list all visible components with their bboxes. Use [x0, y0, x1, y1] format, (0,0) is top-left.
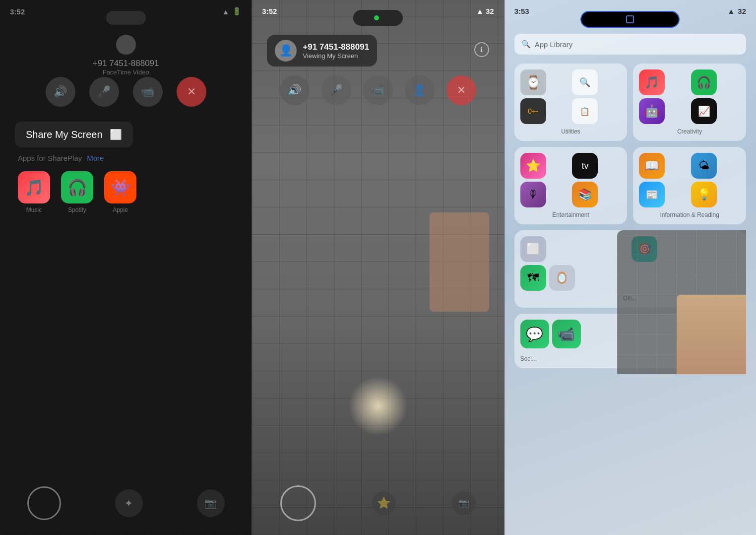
photo-button[interactable]: 📷	[452, 491, 476, 515]
dynamic-island-1	[106, 11, 146, 25]
battery-label-3: 32	[738, 7, 746, 15]
magnify-icon: 🔍	[572, 69, 598, 95]
battery-icon-1: 🔋	[232, 7, 242, 16]
caller-status: Viewing My Screen	[303, 52, 369, 60]
status-icons-3: ▲ 32	[727, 7, 746, 15]
wifi-icon-2: ▲	[476, 7, 484, 15]
call-info-1: +91 7451-888091 FaceTime Video	[0, 35, 252, 76]
orange-shape	[430, 212, 489, 312]
music-big-icon: 🎵	[639, 69, 665, 95]
camera-button-2[interactable]: 📹	[363, 75, 393, 105]
screen-record-icon	[626, 15, 634, 23]
social-label: Soci...	[520, 355, 537, 362]
search-placeholder: App Library	[535, 40, 573, 49]
entertainment-group[interactable]: ⭐ tv 🎙 📚 Entertainment	[514, 147, 628, 224]
section-row-1: ⌚ 🔍 0+- 📋 Utilities 🎵 🎧 🤖 📈 Creativity	[514, 64, 746, 141]
spotify-label: Spotify	[68, 206, 86, 213]
bottom-bar-2: ⭐ 📷	[252, 485, 504, 521]
time-label-1: 3:52	[10, 7, 25, 16]
spotify-icon: 🎧	[61, 171, 93, 203]
search-icon: 🔍	[521, 40, 531, 49]
app-music[interactable]: 🎵 Music	[18, 171, 50, 213]
speaker-button-2[interactable]: 🔊	[280, 75, 310, 105]
books-icon: 📖	[639, 153, 665, 179]
robot-icon: 🤖	[639, 98, 665, 124]
calc-icon: 0+-	[520, 98, 546, 124]
app-reddit[interactable]: 👾 Apple	[104, 171, 136, 213]
speaker-button[interactable]: 🔊	[46, 77, 75, 107]
camera-switch-button[interactable]: 📷	[197, 489, 225, 517]
watch-icon: ⌚	[520, 69, 546, 95]
podcasts-icon: 🎙	[520, 182, 546, 207]
shutter-button[interactable]	[280, 485, 316, 521]
end-call-button-2[interactable]: ✕	[446, 75, 476, 105]
mute-button-2[interactable]: 🎤	[321, 75, 351, 105]
facetime-icon: 📹	[552, 320, 581, 348]
creativity-group[interactable]: 🎵 🎧 🤖 📈 Creativity	[633, 64, 746, 141]
section-row-2: ⭐ tv 🎙 📚 Entertainment 📖 🌤 📰 💡 Informati…	[514, 147, 746, 224]
end-call-button[interactable]: ✕	[177, 77, 206, 107]
entertainment-label: Entertainment	[520, 211, 622, 218]
screen-share-button-2[interactable]: 👤	[405, 75, 435, 105]
caller-name: +91 7451-888091	[303, 42, 369, 52]
utilities-group[interactable]: ⌚ 🔍 0+- 📋 Utilities	[514, 64, 628, 141]
call-sub-1: FaceTime Video	[0, 68, 252, 76]
status-bar-3: 3:53 ▲ 32	[504, 7, 756, 15]
stocks-icon: 📈	[691, 98, 717, 124]
status-bar-2: 3:52 ▲ 32	[252, 7, 504, 15]
apps-label-text: Apps for SharePlay	[18, 154, 82, 162]
maps-icon: 🗺	[520, 265, 546, 291]
reddit-label: Apple	[113, 206, 128, 213]
camera-button[interactable]: 📹	[133, 77, 163, 107]
controls-row-1: 🔊 🎤 📹 ✕	[0, 77, 252, 107]
info-button[interactable]: ℹ	[474, 42, 489, 57]
mirror-icon: 🪞	[549, 265, 575, 291]
itunes-icon: ⭐	[520, 153, 546, 179]
music-icon: 🎵	[18, 171, 50, 203]
green-dot	[374, 15, 379, 20]
wifi-icon-1: ▲	[222, 7, 229, 16]
messages-icon: 💬	[520, 320, 549, 348]
app-library-search[interactable]: 🔍 App Library	[514, 34, 746, 55]
info-reading-group[interactable]: 📖 🌤 📰 💡 Information & Reading	[633, 147, 746, 224]
caller-avatar: 👤	[275, 40, 297, 62]
panel-3: 3:53 ▲ 32 🔍 App Library ⌚ 🔍 0+- 📋 Utilit…	[504, 0, 756, 535]
controls-row-2: 🔊 🎤 📹 👤 ✕	[252, 75, 504, 105]
caller-details: +91 7451-888091 Viewing My Screen	[303, 42, 369, 60]
face-preview	[677, 295, 746, 374]
dynamic-island-2	[353, 10, 403, 26]
share-my-screen-button[interactable]: Share My Screen ⬜	[15, 122, 133, 147]
time-label-2: 3:52	[262, 7, 277, 15]
appletv-icon: tv	[572, 153, 598, 179]
share-screen-icon: ⬜	[110, 129, 122, 140]
mute-button[interactable]: 🎤	[89, 77, 119, 107]
time-label-3: 3:53	[514, 7, 529, 15]
reddit-icon: 👾	[104, 171, 136, 203]
utilities-label: Utilities	[520, 128, 622, 135]
shareplay-apps-row: 🎵 Music 🎧 Spotify 👾 Apple	[18, 171, 136, 213]
music-label: Music	[26, 206, 42, 213]
app-library-grid: ⌚ 🔍 0+- 📋 Utilities 🎵 🎧 🤖 📈 Creativity	[514, 64, 746, 374]
favorites-button[interactable]: ⭐	[372, 491, 396, 515]
dynamic-island-3	[580, 11, 680, 28]
share-screen-label: Share My Screen	[26, 129, 103, 140]
bottom-bar-1: ✦ 📷	[0, 486, 252, 520]
more-button[interactable]: More	[87, 154, 104, 162]
weather-icon: 🌤	[691, 153, 717, 179]
call-number-1: +91 7451-888091	[0, 59, 252, 68]
status-bar-1: 3:52 ▲ 🔋	[0, 7, 252, 16]
screen-time-icon: ⬜	[520, 236, 546, 262]
util4-icon: 📋	[572, 98, 598, 124]
utilities-grid: ⌚ 🔍 0+- 📋	[520, 69, 622, 124]
app-spotify[interactable]: 🎧 Spotify	[61, 171, 93, 213]
status-icons-1: ▲ 🔋	[222, 7, 242, 16]
effects-button[interactable]: ✦	[115, 489, 143, 517]
caller-card: 👤 +91 7451-888091 Viewing My Screen	[267, 35, 377, 67]
status-icons-2: ▲ 32	[476, 7, 494, 15]
books-icon-entertainment: 📚	[572, 182, 598, 207]
record-button[interactable]	[27, 486, 61, 520]
panel-2: 3:52 ▲ 32 👤 +91 7451-888091 Viewing My S…	[252, 0, 504, 535]
apps-for-shareplay-label: Apps for SharePlay More	[18, 154, 104, 162]
wifi-icon-3: ▲	[727, 7, 735, 15]
info-reading-grid: 📖 🌤 📰 💡	[639, 153, 740, 207]
